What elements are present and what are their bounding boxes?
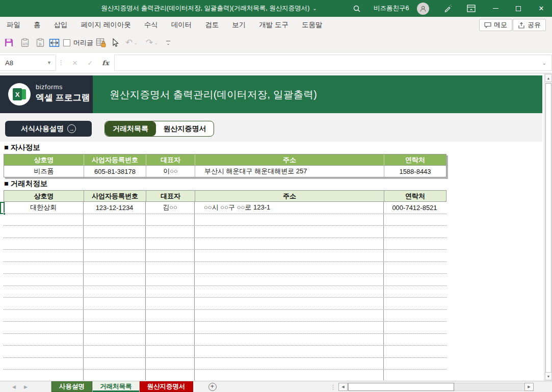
empty-cell[interactable] — [146, 322, 195, 333]
empty-row[interactable] — [4, 274, 446, 286]
formula-bar-expand-chevron-icon[interactable]: ⌄ — [542, 60, 546, 66]
empty-cell[interactable] — [195, 358, 384, 370]
empty-cell[interactable] — [195, 262, 384, 274]
minimize-button[interactable] — [487, 0, 504, 17]
empty-cell[interactable] — [4, 214, 84, 226]
empty-row[interactable] — [4, 322, 446, 334]
empty-cell[interactable] — [4, 310, 84, 322]
enter-entry-button[interactable]: ✓ — [84, 56, 97, 69]
empty-row[interactable] — [4, 238, 446, 250]
empty-cell[interactable] — [84, 238, 146, 250]
empty-cell[interactable] — [195, 346, 384, 357]
select-cursor-icon[interactable] — [111, 33, 119, 52]
empty-row[interactable] — [4, 286, 446, 298]
empty-cell[interactable] — [4, 286, 84, 298]
empty-cell[interactable] — [195, 214, 384, 226]
sheet-tab-certificate[interactable]: 원산지증명서 — [140, 381, 193, 392]
client-data-row[interactable]: 대한상회 123-12-1234 김○○ ○○시 ○○구 ○○로 123-1 0… — [4, 202, 446, 214]
empty-cell[interactable] — [195, 274, 384, 285]
empty-row[interactable] — [4, 298, 446, 310]
fill-handle[interactable] — [3, 213, 6, 215]
sheet-tab-usage[interactable]: 사용설명 — [51, 381, 92, 392]
empty-cell[interactable] — [4, 298, 84, 309]
save-icon[interactable] — [4, 33, 14, 52]
ribbon-tab-home[interactable]: 홈 — [27, 17, 47, 33]
formula-input[interactable]: ⌄ — [115, 55, 552, 71]
empty-cell[interactable] — [146, 262, 195, 274]
empty-cell[interactable] — [4, 370, 84, 380]
empty-row[interactable] — [4, 262, 446, 274]
empty-cell[interactable] — [146, 286, 195, 298]
empty-cell[interactable] — [4, 274, 84, 285]
empty-cell[interactable] — [146, 226, 195, 238]
name-box[interactable]: A8 ▼ — [0, 55, 56, 71]
empty-cell[interactable] — [84, 310, 146, 322]
empty-cell[interactable] — [4, 334, 84, 346]
empty-cell[interactable] — [195, 322, 384, 333]
empty-cell[interactable] — [4, 250, 84, 262]
ribbon-display-options-icon[interactable] — [465, 0, 477, 17]
empty-cell[interactable] — [384, 298, 445, 309]
client-regno-cell[interactable]: 123-12-1234 — [84, 202, 146, 214]
ribbon-tab-developer[interactable]: 개발 도구 — [252, 17, 295, 33]
ribbon-tab-file[interactable]: 파일 — [0, 17, 27, 33]
empty-cell[interactable] — [84, 250, 146, 262]
header-checkbox[interactable]: 머리글 — [63, 33, 93, 52]
empty-cell[interactable] — [384, 238, 445, 250]
scroll-down-icon[interactable]: ▼ — [545, 372, 552, 380]
column-width-icon[interactable] — [49, 33, 60, 52]
client-ceo-cell[interactable]: 김○○ — [146, 202, 195, 214]
empty-cell[interactable] — [384, 250, 445, 262]
company-address-cell[interactable]: 부산시 해운대구 해운대해변로 257 — [195, 166, 384, 177]
vertical-scrollbar-thumb[interactable] — [545, 83, 551, 373]
empty-cell[interactable] — [384, 286, 445, 298]
empty-cell[interactable] — [84, 298, 146, 309]
empty-cell[interactable] — [84, 262, 146, 274]
empty-cell[interactable] — [384, 214, 445, 226]
ribbon-tab-page-layout[interactable]: 페이지 레이아웃 — [74, 17, 138, 33]
client-contact-cell[interactable]: 000-7412-8521 — [384, 202, 445, 214]
maximize-button[interactable] — [510, 0, 527, 17]
empty-cell[interactable] — [4, 226, 84, 238]
empty-cell[interactable] — [146, 334, 195, 346]
empty-cell[interactable] — [384, 322, 445, 333]
paste-values-icon[interactable]: 123 — [20, 33, 30, 52]
empty-cell[interactable] — [84, 226, 146, 238]
empty-cell[interactable] — [384, 370, 445, 380]
new-sheet-button[interactable]: + — [208, 383, 217, 391]
empty-cell[interactable] — [195, 298, 384, 309]
empty-row[interactable] — [4, 250, 446, 262]
toggle-client-list-button[interactable]: 거래처목록 — [105, 121, 156, 136]
empty-cell[interactable] — [4, 358, 84, 370]
document-title[interactable]: 원산지증명서 출력관리(데이터저장, 일괄출력)(거래처목록, 원산지증명서) … — [71, 0, 347, 17]
empty-cell[interactable] — [195, 310, 384, 322]
scroll-right-icon[interactable]: ▶ — [524, 383, 534, 391]
user-name[interactable]: 비즈폼친구6 — [374, 0, 409, 17]
ribbon-tab-formulas[interactable]: 수식 — [138, 17, 165, 33]
company-info-data-row[interactable]: 비즈폼 605-81-38178 이○○ 부산시 해운대구 해운대해변로 257… — [4, 166, 446, 177]
empty-row[interactable] — [4, 358, 446, 370]
avatar[interactable] — [416, 0, 430, 17]
empty-cell[interactable] — [4, 262, 84, 274]
horizontal-scrollbar[interactable]: ◀ ▶ — [338, 383, 534, 391]
empty-cell[interactable] — [4, 346, 84, 357]
search-icon[interactable] — [351, 0, 363, 17]
usage-guide-button[interactable]: 서식사용설명 → — [5, 121, 92, 137]
ribbon-tab-data[interactable]: 데이터 — [165, 17, 199, 33]
close-button[interactable]: ✕ — [533, 0, 550, 17]
client-name-cell[interactable]: 대한상회 — [4, 202, 84, 214]
empty-cell[interactable] — [146, 346, 195, 357]
share-button[interactable]: 공유 — [513, 19, 546, 31]
empty-row[interactable] — [4, 370, 446, 380]
ribbon-tab-insert[interactable]: 삽입 — [47, 17, 74, 33]
empty-cell[interactable] — [84, 322, 146, 333]
ribbon-tab-help[interactable]: 도움말 — [295, 17, 329, 33]
empty-cell[interactable] — [146, 298, 195, 309]
ribbon-tab-review[interactable]: 검토 — [198, 17, 225, 33]
empty-row[interactable] — [4, 214, 446, 226]
empty-cell[interactable] — [84, 214, 146, 226]
empty-cell[interactable] — [146, 214, 195, 226]
empty-cell[interactable] — [146, 310, 195, 322]
protect-sheet-icon[interactable] — [96, 33, 106, 52]
empty-cell[interactable] — [384, 346, 445, 357]
